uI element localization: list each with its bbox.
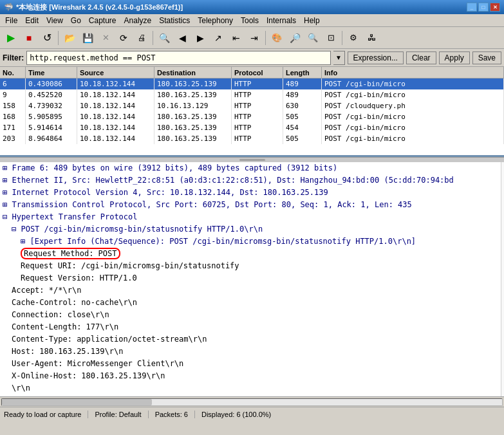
col-info: Info	[322, 67, 504, 78]
detail-item-user-agent[interactable]: User-Agent: MicroMessenger Client\r\n	[0, 358, 501, 370]
tb-close-btn[interactable]: ✕	[97, 30, 114, 46]
detail-item-content-type[interactable]: Content-Type: application/octet-stream\r…	[0, 333, 501, 346]
detail-item-host[interactable]: Host: 180.163.25.139\r\n	[0, 346, 501, 358]
pkt-cell-0-6: POST /cgi-bin/micro	[322, 79, 504, 89]
clear-button[interactable]: Clear	[406, 51, 436, 64]
tb-forward-btn[interactable]: ▶	[192, 30, 209, 46]
pkt-cell-4-6: POST /cgi-bin/micro	[322, 122, 504, 133]
filter-dropdown[interactable]: ▼	[333, 51, 345, 65]
tb-capture-opts-btn[interactable]: ⚙	[345, 30, 362, 46]
pkt-cell-2-1: 4.739032	[26, 100, 77, 111]
tb-first-btn[interactable]: ⇤	[228, 30, 245, 46]
menu-tools[interactable]: Tools	[237, 15, 263, 26]
packet-row-1[interactable]: 90.45252010.18.132.144180.163.25.139HTTP…	[0, 89, 504, 100]
tb-iface-btn[interactable]: 🖧	[363, 30, 380, 46]
detail-item-connection[interactable]: Connection: close\r\n	[0, 309, 501, 321]
detail-item-accept[interactable]: Accept: */*\r\n	[0, 284, 501, 297]
close-button[interactable]: ✕	[490, 3, 500, 12]
pkt-cell-3-3: 180.163.25.139	[154, 111, 232, 122]
apply-button[interactable]: Apply	[439, 51, 470, 64]
status-displayed: Displayed: 6 (100.0%)	[201, 411, 271, 418]
filter-input[interactable]	[26, 51, 330, 65]
tb-start-btn[interactable]: ▶	[3, 30, 19, 46]
packet-row-0[interactable]: 60.43008610.18.132.144180.163.25.139HTTP…	[0, 79, 504, 89]
pkt-cell-4-1: 5.914614	[26, 122, 77, 133]
detail-item-x-online-host[interactable]: X-Online-Host: 180.163.25.139\r\n	[0, 370, 501, 382]
detail-item-request-uri[interactable]: Request URI: /cgi-bin/micromsg-bin/statu…	[0, 260, 501, 272]
tb-find-btn[interactable]: 🔍	[156, 30, 173, 46]
menu-view[interactable]: View	[42, 15, 67, 26]
tb-zoom-in-btn[interactable]: 🔎	[286, 30, 303, 46]
save-button[interactable]: Save	[472, 51, 501, 64]
detail-item-tcp[interactable]: ⊞ Transmission Control Protocol, Src Por…	[0, 199, 501, 211]
tb-sep-2	[153, 31, 153, 45]
tb-save-btn[interactable]: 💾	[79, 30, 96, 46]
hex-dump-area	[501, 162, 504, 396]
tb-restart-btn[interactable]: ↺	[39, 30, 55, 46]
tb-goto-btn[interactable]: ↗	[210, 30, 227, 46]
menu-telephony[interactable]: Telephony	[194, 15, 237, 26]
pkt-cell-0-0: 6	[0, 79, 26, 89]
packet-row-2[interactable]: 1584.73903210.18.132.14410.16.13.129HTTP…	[0, 100, 504, 111]
tb-stop-btn[interactable]: ■	[21, 30, 37, 46]
pkt-cell-4-4: HTTP	[232, 122, 283, 133]
main-content: No. Time Source Destination Protocol Len…	[0, 67, 504, 421]
menu-go[interactable]: Go	[67, 15, 85, 26]
detail-item-http-post[interactable]: ⊟ POST /cgi-bin/micromsg-bin/statusnotif…	[0, 223, 501, 236]
pkt-cell-2-5: 630	[283, 100, 322, 111]
tb-colorize-btn[interactable]: 🎨	[268, 30, 285, 46]
minimize-button[interactable]: _	[467, 3, 477, 12]
tb-last-btn[interactable]: ⇥	[246, 30, 263, 46]
pkt-cell-1-2: 10.18.132.144	[77, 89, 154, 100]
detail-item-frame[interactable]: ⊞ Frame 6: 489 bytes on wire (3912 bits)…	[0, 162, 501, 174]
menu-edit[interactable]: Edit	[21, 15, 42, 26]
tb-reload-btn[interactable]: ⟳	[115, 30, 132, 46]
status-bar: Ready to load or capture Profile: Defaul…	[0, 407, 504, 421]
menu-file[interactable]: File	[1, 15, 21, 26]
detail-item-expert-info[interactable]: ⊞ [Expert Info (Chat/Sequence): POST /cg…	[0, 236, 501, 248]
pkt-cell-5-3: 180.163.25.139	[154, 133, 232, 144]
pkt-cell-3-1: 5.905895	[26, 111, 77, 122]
app-icon: 🦈	[4, 3, 14, 12]
tb-print-btn[interactable]: 🖨	[133, 30, 150, 46]
pkt-cell-4-3: 180.163.25.139	[154, 122, 232, 133]
detail-item-ip[interactable]: ⊞ Internet Protocol Version 4, Src: 10.1…	[0, 187, 501, 199]
menu-capture[interactable]: Capture	[85, 15, 120, 26]
tb-zoom-normal-btn[interactable]: ⊡	[322, 30, 339, 46]
detail-item-crlf[interactable]: \r\n	[0, 382, 501, 394]
tb-back-btn[interactable]: ◀	[174, 30, 191, 46]
packet-row-5[interactable]: 2038.96486410.18.132.144180.163.25.139HT…	[0, 133, 504, 144]
packet-row-3[interactable]: 1685.90589510.18.132.144180.163.25.139HT…	[0, 111, 504, 122]
pkt-cell-0-2: 10.18.132.144	[77, 79, 154, 89]
detail-item-ethernet[interactable]: ⊞ Ethernet II, Src: HewlettP_22:c8:51 (a…	[0, 174, 501, 187]
detail-item-content-length[interactable]: Content-Length: 177\r\n	[0, 321, 501, 333]
pkt-cell-2-0: 158	[0, 100, 26, 111]
tb-zoom-out-btn[interactable]: 🔍	[304, 30, 321, 46]
maximize-button[interactable]: □	[478, 3, 489, 12]
pkt-cell-5-2: 10.18.132.144	[77, 133, 154, 144]
pkt-cell-2-6: POST /cloudquery.ph	[322, 100, 504, 111]
tb-open-btn[interactable]: 📂	[61, 30, 78, 46]
expression-button[interactable]: Expression...	[348, 51, 404, 64]
menu-analyze[interactable]: Analyze	[120, 15, 156, 26]
detail-item-cache-control[interactable]: Cache-Control: no-cache\r\n	[0, 297, 501, 309]
v-resizer[interactable]	[0, 157, 504, 162]
h-scrollbar[interactable]	[0, 396, 504, 407]
title-text: *本地连接 [Wireshark 2.4.5 (v2.4.5-0-g153e86…	[16, 3, 183, 12]
detail-item-http[interactable]: ⊟ Hypertext Transfer Protocol	[0, 211, 501, 223]
menu-help[interactable]: Help	[300, 15, 324, 26]
pkt-cell-0-5: 489	[283, 79, 322, 89]
menu-internals[interactable]: Internals	[263, 15, 300, 26]
packet-row-4[interactable]: 1715.91461410.18.132.144180.163.25.139HT…	[0, 122, 504, 133]
pkt-cell-0-3: 180.163.25.139	[154, 79, 232, 89]
pkt-cell-3-0: 168	[0, 111, 26, 122]
menu-statistics[interactable]: Statistics	[155, 15, 194, 26]
pkt-cell-5-4: HTTP	[232, 133, 283, 144]
pkt-cell-4-2: 10.18.132.144	[77, 122, 154, 133]
detail-item-request-version[interactable]: Request Version: HTTP/1.0	[0, 272, 501, 284]
pkt-cell-3-5: 505	[283, 111, 322, 122]
pkt-cell-3-4: HTTP	[232, 111, 283, 122]
pkt-cell-1-5: 489	[283, 89, 322, 100]
filter-label: Filter:	[3, 53, 24, 62]
detail-item-request-method[interactable]: Request Method: POST	[0, 248, 501, 260]
